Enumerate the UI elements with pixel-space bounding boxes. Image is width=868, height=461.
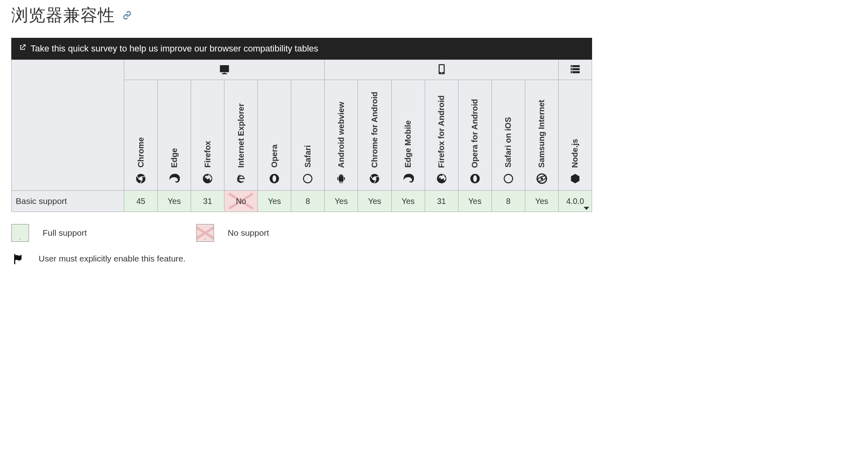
svg-point-18 xyxy=(342,175,343,176)
legend-swatch-yes: . xyxy=(11,224,29,242)
browser-header-edge: Edge xyxy=(158,80,191,191)
svg-point-29 xyxy=(504,175,512,183)
table-row: Basic support 45Yes31NoYes8YesYesYes31Ye… xyxy=(12,191,592,212)
svg-point-7 xyxy=(572,69,573,70)
legend-swatch-no: . xyxy=(196,224,214,242)
browser-label: Internet Explorer xyxy=(237,103,246,168)
svg-point-17 xyxy=(340,175,341,176)
svg-rect-20 xyxy=(344,177,345,180)
support-cell: Yes xyxy=(525,191,558,212)
browser-label: Edge xyxy=(170,148,179,168)
support-value: 4.0.0 xyxy=(566,197,584,206)
firefox-icon xyxy=(191,173,224,186)
browser-label: Opera for Android xyxy=(470,99,479,168)
support-cell: 31 xyxy=(191,191,224,212)
legend-flag-text: User must explicitly enable this feature… xyxy=(39,252,185,265)
browser-header-node: Node.js xyxy=(558,80,592,191)
edge-icon xyxy=(392,173,425,186)
support-value: 8 xyxy=(506,197,510,206)
heading-anchor-link[interactable] xyxy=(123,11,132,22)
browser-label: Android webview xyxy=(337,102,346,168)
browser-label: Samsung Internet xyxy=(537,100,546,168)
browser-label: Opera xyxy=(270,144,279,168)
support-cell: No xyxy=(224,191,258,212)
browser-header-firefox: Firefox for Android xyxy=(425,80,458,191)
browser-label: Safari xyxy=(303,145,313,168)
legend-flag-note: User must explicitly enable this feature… xyxy=(11,252,592,268)
support-value: 45 xyxy=(136,197,145,206)
flag-icon xyxy=(11,252,25,268)
svg-rect-1 xyxy=(440,65,444,72)
safari-icon xyxy=(492,173,525,186)
browser-label: Chrome for Android xyxy=(370,92,379,168)
browser-label: Edge Mobile xyxy=(403,120,413,168)
support-cell: 8 xyxy=(291,191,325,212)
support-cell[interactable]: 4.0.0 xyxy=(558,191,592,212)
support-value: No xyxy=(236,197,246,206)
browser-header-safari: Safari xyxy=(291,80,325,191)
browser-header-firefox: Firefox xyxy=(191,80,224,191)
browser-label: Firefox for Android xyxy=(437,95,446,168)
browser-header-android: Android webview xyxy=(325,80,358,191)
svg-rect-22 xyxy=(342,181,343,183)
feature-header-blank xyxy=(12,60,124,191)
desktop-icon xyxy=(218,68,230,77)
svg-rect-21 xyxy=(340,181,341,183)
heading-text: 浏览器兼容性 xyxy=(11,6,115,25)
safari-icon xyxy=(291,173,324,186)
browser-header-chrome: Chrome for Android xyxy=(358,80,391,191)
browser-header-opera: Opera xyxy=(258,80,291,191)
svg-point-6 xyxy=(572,66,573,67)
browser-label: Node.js xyxy=(570,139,580,168)
browser-header-chrome: Chrome xyxy=(124,80,158,191)
platform-server xyxy=(558,60,592,80)
ie-icon xyxy=(224,173,257,186)
support-value: Yes xyxy=(535,197,548,206)
survey-text: Take this quick survey to help us improv… xyxy=(31,43,318,54)
server-icon xyxy=(569,68,581,77)
support-cell: Yes xyxy=(391,191,425,212)
svg-point-8 xyxy=(572,72,573,73)
svg-rect-19 xyxy=(337,177,338,180)
platform-row xyxy=(12,60,592,80)
browser-label: Chrome xyxy=(136,137,146,168)
browser-header-safari: Safari on iOS xyxy=(492,80,525,191)
node-icon xyxy=(559,173,592,186)
chrome-icon xyxy=(124,173,157,186)
support-value: 8 xyxy=(306,197,310,206)
android-icon xyxy=(325,173,358,186)
support-cell: Yes xyxy=(258,191,291,212)
support-value: Yes xyxy=(401,197,415,206)
support-cell: Yes xyxy=(158,191,191,212)
survey-banner[interactable]: Take this quick survey to help us improv… xyxy=(11,38,592,60)
svg-point-2 xyxy=(441,73,442,74)
svg-rect-16 xyxy=(339,177,344,181)
browser-header-ie: Internet Explorer xyxy=(224,80,258,191)
legend-full-support-label: Full support xyxy=(43,228,87,238)
legend-no-support-label: No support xyxy=(228,228,269,238)
svg-point-32 xyxy=(541,177,543,180)
support-cell: 45 xyxy=(124,191,158,212)
svg-point-27 xyxy=(473,175,477,182)
browser-header-opera: Opera for Android xyxy=(458,80,492,191)
legend-no-support: . No support xyxy=(196,224,365,242)
browser-label: Firefox xyxy=(203,141,212,168)
support-value: Yes xyxy=(168,197,181,206)
support-cell: Yes xyxy=(458,191,492,212)
mobile-icon xyxy=(436,68,448,77)
support-cell: 8 xyxy=(492,191,525,212)
section-heading: 浏览器兼容性 xyxy=(11,4,592,27)
firefox-icon xyxy=(425,173,458,186)
support-value: Yes xyxy=(468,197,481,206)
samsung-icon xyxy=(525,173,558,186)
support-value: Yes xyxy=(268,197,281,206)
support-cell: Yes xyxy=(358,191,391,212)
opera-icon xyxy=(258,173,291,186)
support-value: Yes xyxy=(335,197,348,206)
browser-label: Safari on iOS xyxy=(504,117,513,168)
platform-mobile xyxy=(325,60,558,80)
svg-point-15 xyxy=(304,175,312,183)
platform-desktop xyxy=(124,60,325,80)
edge-icon xyxy=(158,173,191,186)
opera-icon xyxy=(459,173,492,186)
